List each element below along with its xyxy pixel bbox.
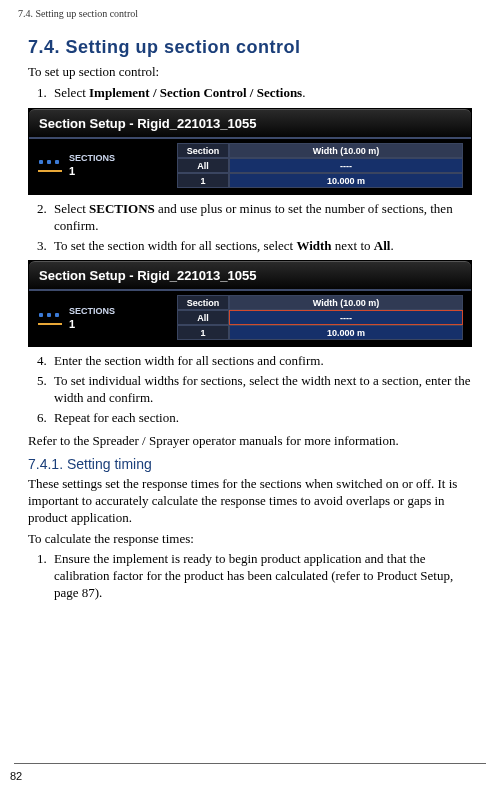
sections-table: Section Width (10.00 m) All ---- 1 10.00…	[177, 295, 463, 340]
col-section-header: Section	[177, 295, 229, 310]
row-all-label: All	[177, 158, 229, 173]
sections-count: 1	[69, 165, 115, 177]
row-1-width[interactable]: 10.000 m	[229, 173, 463, 188]
window-title: Section Setup - Rigid_221013_1055	[29, 261, 471, 291]
step-1: Select Implement / Section Control / Sec…	[50, 85, 472, 102]
sections-icon	[37, 156, 63, 174]
step-3: To set the section width for all section…	[50, 238, 472, 255]
screenshot-section-setup-1: Section Setup - Rigid_221013_1055 SECTIO…	[28, 108, 472, 195]
step-5: To set individual widths for sections, s…	[50, 373, 472, 407]
refer-text: Refer to the Spreader / Sprayer operator…	[28, 433, 472, 450]
screenshot-section-setup-2: Section Setup - Rigid_221013_1055 SECTIO…	[28, 260, 472, 347]
footer-rule	[14, 763, 486, 764]
step-text: Select	[54, 85, 89, 100]
col-width-header[interactable]: Width (10.00 m)	[229, 295, 463, 310]
timing-para-2: To calculate the response times:	[28, 531, 472, 548]
timing-para-1: These settings set the response times fo…	[28, 476, 472, 527]
step-4: Enter the section width for all sections…	[50, 353, 472, 370]
steps-list-a: Select Implement / Section Control / Sec…	[28, 85, 472, 102]
steps-list-c: Enter the section width for all sections…	[28, 353, 472, 427]
subsection-heading: 7.4.1. Setting timing	[28, 456, 472, 472]
intro-text: To set up section control:	[28, 64, 472, 81]
step-6: Repeat for each section.	[50, 410, 472, 427]
step-bold: All	[374, 238, 391, 253]
row-all-width[interactable]: ----	[229, 158, 463, 173]
sections-label: SECTIONS	[69, 306, 115, 316]
col-width-header[interactable]: Width (10.00 m)	[229, 143, 463, 158]
sections-label: SECTIONS	[69, 153, 115, 163]
row-1-width[interactable]: 10.000 m	[229, 325, 463, 340]
sections-count: 1	[69, 318, 115, 330]
page-number: 82	[10, 770, 22, 782]
step-bold: Width	[296, 238, 331, 253]
sections-table: Section Width (10.00 m) All ---- 1 10.00…	[177, 143, 463, 188]
row-all-label: All	[177, 310, 229, 325]
sections-icon	[37, 309, 63, 327]
step-bold: SECTIONS	[89, 201, 155, 216]
step-bold: Implement / Section Control / Sections	[89, 85, 302, 100]
row-all-width-highlighted[interactable]: ----	[229, 310, 463, 325]
step-text: To set the section width for all section…	[54, 238, 296, 253]
timing-step-1: Ensure the implement is ready to begin p…	[50, 551, 472, 602]
row-1-label: 1	[177, 173, 229, 188]
sections-control[interactable]: SECTIONS 1	[37, 306, 167, 330]
window-title: Section Setup - Rigid_221013_1055	[29, 109, 471, 139]
steps-list-d: Ensure the implement is ready to begin p…	[28, 551, 472, 602]
steps-list-b: Select SECTIONS and use plus or minus to…	[28, 201, 472, 255]
step-text: next to	[332, 238, 374, 253]
col-section-header: Section	[177, 143, 229, 158]
section-heading: 7.4. Setting up section control	[28, 37, 472, 58]
step-text: .	[302, 85, 305, 100]
breadcrumb: 7.4. Setting up section control	[18, 8, 482, 19]
row-1-label: 1	[177, 325, 229, 340]
step-text: Select	[54, 201, 89, 216]
step-text: .	[390, 238, 393, 253]
step-2: Select SECTIONS and use plus or minus to…	[50, 201, 472, 235]
sections-control[interactable]: SECTIONS 1	[37, 153, 167, 177]
